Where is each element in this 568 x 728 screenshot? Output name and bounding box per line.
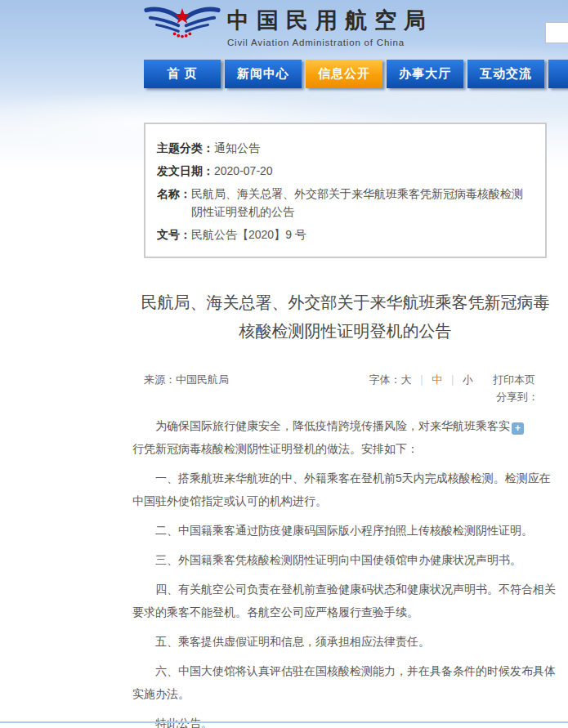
- search-input[interactable]: [545, 22, 568, 43]
- meta-row-name: 名称： 民航局、海关总署、外交部关于来华航班乘客凭新冠病毒核酸检测阴性证明登机的…: [157, 185, 534, 221]
- font-size-label: 字体：: [369, 373, 401, 386]
- paragraph-item-6: 六、中国大使馆将认真评估驻在国核酸检测能力，并在具备条件的时候发布具体实施办法。: [132, 659, 558, 705]
- share-to-label: 分享到：: [496, 391, 539, 403]
- red-star: [175, 8, 190, 24]
- font-size-medium-button[interactable]: 中: [432, 373, 442, 386]
- document-meta-box: 主题分类： 通知公告 发文日期： 2020-07-20 名称： 民航局、海关总署…: [144, 123, 547, 258]
- site-title-en: Civil Aviation Administration of China: [227, 38, 433, 47]
- nav-tab-news[interactable]: 新闻中心: [225, 60, 302, 88]
- article-panel: 主题分类： 通知公告 发文日期： 2020-07-20 名称： 民航局、海关总署…: [132, 114, 558, 728]
- meta-value: 民航公告【2020】9 号: [191, 226, 306, 243]
- meta-row-category: 主题分类： 通知公告: [157, 139, 534, 157]
- share-more-icon[interactable]: +: [512, 422, 524, 435]
- meta-label: 文号：: [157, 226, 191, 243]
- main-nav: 首 页 新闻中心 信息公开 办事大厅 互动交流: [144, 60, 568, 88]
- nav-tab-interaction[interactable]: 互动交流: [467, 60, 544, 88]
- meta-row-date: 发文日期： 2020-07-20: [157, 162, 534, 180]
- share-row: 分享到：: [132, 388, 558, 406]
- meta-label: 发文日期：: [157, 162, 214, 180]
- meta-label: 名称：: [157, 185, 191, 221]
- paragraph-item-1: 一、搭乘航班来华航班的中、外籍乘客在登机前5天内完成核酸检测。检测应在中国驻外使…: [132, 467, 558, 512]
- site-title-cn: 中国民用航空局: [227, 6, 433, 35]
- paragraph-item-4: 四、有关航空公司负责在登机前查验健康码状态和健康状况声明书。不符合相关要求的乘客…: [132, 578, 558, 623]
- meta-value: 2020-07-20: [214, 162, 273, 180]
- paragraph-closing: 特此公告。: [132, 712, 558, 728]
- site-header: 中国民用航空局 Civil Aviation Administration of…: [144, 3, 433, 49]
- paragraph-item-2: 二、中国籍乘客通过防疫健康码国际版小程序拍照上传核酸检测阴性证明。: [132, 519, 558, 542]
- caac-wings-logo-icon[interactable]: [144, 3, 221, 49]
- meta-value: 民航局、海关总署、外交部关于来华航班乘客凭新冠病毒核酸检测阴性证明登机的公告: [191, 185, 534, 221]
- article-source: 来源：中国民航局: [144, 372, 229, 388]
- nav-tab-partial[interactable]: [548, 60, 568, 88]
- meta-row-doc-number: 文号： 民航公告【2020】9 号: [157, 226, 534, 243]
- nav-tab-home[interactable]: 首 页: [144, 60, 221, 88]
- source-row: 来源：中国民航局 字体：大｜中｜小打印本页: [132, 372, 558, 388]
- nav-tab-service-hall[interactable]: 办事大厅: [387, 60, 463, 88]
- footer-divider: [0, 721, 568, 723]
- font-size-small-button[interactable]: 小: [463, 373, 473, 386]
- font-size-controls: 字体：大｜中｜小打印本页: [369, 372, 535, 388]
- nav-tab-info-disclosure[interactable]: 信息公开: [306, 60, 382, 88]
- paragraph-intro: 为确保国际旅行健康安全，降低疫情跨境传播风险，对来华航班乘客实+行凭新冠病毒核酸…: [132, 414, 558, 460]
- meta-value: 通知公告: [214, 139, 260, 157]
- paragraph-item-3: 三、外国籍乘客凭核酸检测阴性证明向中国使领馆申办健康状况声明书。: [132, 548, 558, 571]
- meta-label: 主题分类：: [157, 139, 214, 157]
- article-body: 为确保国际旅行健康安全，降低疫情跨境传播风险，对来华航班乘客实+行凭新冠病毒核酸…: [132, 414, 558, 728]
- page-title: 民航局、海关总署、外交部关于来华航班乘客凭新冠病毒核酸检测阴性证明登机的公告: [139, 288, 552, 346]
- print-page-button[interactable]: 打印本页: [493, 373, 535, 386]
- paragraph-item-5: 五、乘客提供虚假证明和信息，须承担相应法律责任。: [132, 630, 558, 653]
- font-size-large-button[interactable]: 大: [401, 373, 412, 386]
